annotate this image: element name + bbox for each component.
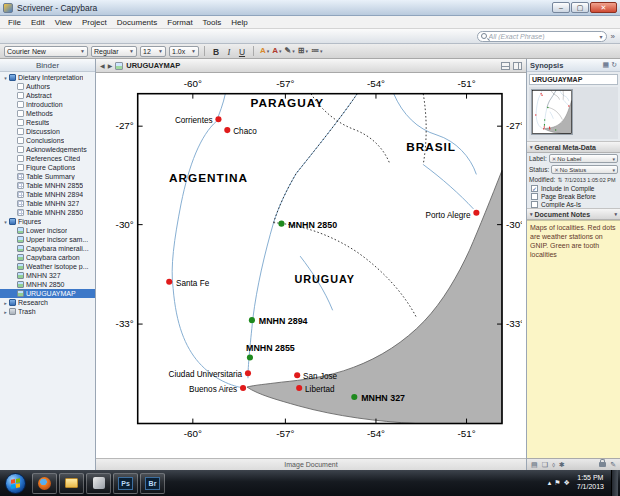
start-button[interactable]: [5, 473, 26, 494]
document-notes[interactable]: Maps of localities. Red dots are weather…: [527, 220, 620, 458]
menu-project[interactable]: Project: [77, 18, 112, 27]
binder-item-capybara-carbon[interactable]: Capybara carbon: [0, 253, 95, 262]
underline-button[interactable]: U: [236, 45, 248, 57]
binder-item-capybara-minerali[interactable]: Capybara minerali...: [0, 244, 95, 253]
show-desktop-button[interactable]: [611, 470, 618, 496]
binder-item-acknowledgements[interactable]: Acknowledgements: [0, 145, 95, 154]
back-button[interactable]: ◀: [100, 62, 105, 69]
binder-item-table-mnhn-2850[interactable]: Table MNHN 2850: [0, 208, 95, 217]
font-style-select[interactable]: Regular▼: [91, 46, 137, 57]
binder-item-weather-isotope-p[interactable]: Weather isotope p...: [0, 262, 95, 271]
taskbar-clock[interactable]: 1:55 PM 7/1/2013: [572, 474, 609, 492]
edit-pencil-icon[interactable]: ✎: [610, 461, 616, 469]
firefox-icon[interactable]: [32, 473, 57, 494]
binder-item-label: Research: [18, 299, 48, 306]
network-icon[interactable]: ❖: [563, 479, 569, 487]
binder-item-discussion[interactable]: Discussion: [0, 127, 95, 136]
binder-item-methods[interactable]: Methods: [0, 109, 95, 118]
binder-item-introduction[interactable]: Introduction: [0, 100, 95, 109]
binder-item-abstract[interactable]: Abstract: [0, 91, 95, 100]
label-select[interactable]: ✕No Label▾: [549, 154, 618, 163]
binder-item-mnhn-2850[interactable]: MNHN 2850: [0, 280, 95, 289]
maximize-button[interactable]: ▢: [571, 2, 589, 13]
notes-menu-arrow-icon[interactable]: ▾: [614, 211, 617, 217]
text-color-icon[interactable]: A▾: [271, 45, 282, 57]
media-player-icon[interactable]: [86, 473, 111, 494]
metadata-section-header[interactable]: ▾ General Meta-Data: [527, 141, 620, 153]
highlight-color-icon[interactable]: A▾: [259, 45, 270, 57]
menu-format[interactable]: Format: [162, 18, 197, 27]
menu-bar: FileEditViewProjectDocumentsFormatToolsH…: [0, 16, 620, 29]
notes-section-header[interactable]: ▾ Document Notes ▾: [527, 208, 620, 220]
search-box[interactable]: ▾: [477, 31, 607, 42]
minimize-button[interactable]: –: [552, 2, 570, 13]
line-spacing-select[interactable]: 1.0x▼: [169, 46, 199, 57]
italic-button[interactable]: I: [223, 45, 235, 57]
split-vertical-icon[interactable]: [513, 62, 522, 70]
menu-documents[interactable]: Documents: [112, 18, 162, 27]
binder-item-research[interactable]: ▸Research: [0, 298, 95, 307]
custom-meta-icon[interactable]: ✱: [559, 461, 565, 469]
binder-item-mnhn-327[interactable]: MNHN 327: [0, 271, 95, 280]
binder-item-table-mnhn-327[interactable]: Table MNHN 327: [0, 199, 95, 208]
search-input[interactable]: [489, 33, 598, 40]
checkbox-include-in-compile[interactable]: ✓: [531, 185, 538, 192]
binder-item-label: Acknowledgements: [26, 146, 87, 153]
menu-tools[interactable]: Tools: [198, 18, 227, 27]
tray-expand-icon[interactable]: ▴: [548, 479, 552, 487]
menu-help[interactable]: Help: [226, 18, 252, 27]
synopsis-image-toggle-icon[interactable]: ▦: [603, 61, 610, 69]
toolbar-overflow-button[interactable]: »: [611, 32, 615, 41]
table-icon[interactable]: ⊞▾: [297, 45, 309, 57]
disclosure-arrow-icon[interactable]: ▾: [2, 75, 9, 81]
menu-file[interactable]: File: [3, 18, 26, 27]
search-options-arrow-icon[interactable]: ▾: [600, 33, 603, 40]
menu-view[interactable]: View: [50, 18, 77, 27]
status-select[interactable]: ✕No Status▾: [551, 165, 618, 174]
bridge-icon[interactable]: Br: [140, 473, 165, 494]
notes-icon[interactable]: ▤: [531, 461, 538, 469]
synopsis-refresh-icon[interactable]: ↻: [611, 61, 617, 69]
binder-item-label: References Cited: [26, 155, 80, 162]
binder-item-upper-incisor-sam[interactable]: Upper incisor sam...: [0, 235, 95, 244]
checkbox-page-break-before[interactable]: [531, 193, 538, 200]
photoshop-icon[interactable]: Ps: [113, 473, 138, 494]
explorer-icon[interactable]: [59, 473, 84, 494]
window-title: Scrivener - Capybara: [17, 3, 551, 13]
annotation-pen-icon[interactable]: ✎▾: [284, 45, 296, 57]
menu-edit[interactable]: Edit: [26, 18, 50, 27]
close-button[interactable]: ✕: [590, 2, 617, 13]
doc-icon: [17, 92, 24, 99]
binder-item-table-mnhn-2855[interactable]: Table MNHN 2855: [0, 181, 95, 190]
checkbox-compile-as-is[interactable]: [531, 201, 538, 208]
binder-item-dietary-interpretation[interactable]: ▾Dietary Interpretation: [0, 73, 95, 82]
table-icon: [17, 209, 24, 216]
action-center-icon[interactable]: ⚑: [554, 479, 560, 487]
synopsis-thumbnail[interactable]: [529, 87, 618, 139]
binder-item-table-summary[interactable]: Table Summary: [0, 172, 95, 181]
binder-item-results[interactable]: Results: [0, 118, 95, 127]
disclosure-arrow-icon[interactable]: ▸: [2, 309, 9, 315]
binder-item-trash[interactable]: ▸Trash: [0, 307, 95, 316]
lock-icon[interactable]: [599, 462, 606, 467]
binder-item-authors[interactable]: Authors: [0, 82, 95, 91]
binder-item-uruguaymap[interactable]: URUGUAYMAP: [0, 289, 95, 298]
binder-item-figure-captions[interactable]: Figure Captions: [0, 163, 95, 172]
font-family-select[interactable]: Courier New▼: [4, 46, 88, 57]
list-icon[interactable]: ≔▾: [310, 45, 324, 57]
keywords-icon[interactable]: ⬨: [552, 461, 555, 469]
binder-header: Binder: [0, 59, 95, 72]
binder-item-references-cited[interactable]: References Cited: [0, 154, 95, 163]
bold-button[interactable]: B: [210, 45, 222, 57]
binder-item-conclusions[interactable]: Conclusions: [0, 136, 95, 145]
font-size-select[interactable]: 12▼: [140, 46, 166, 57]
binder-item-table-mnhn-2894[interactable]: Table MNHN 2894: [0, 190, 95, 199]
disclosure-arrow-icon[interactable]: ▸: [2, 300, 9, 306]
modified-stepper-icon[interactable]: ⇅: [557, 176, 562, 183]
binder-item-figures[interactable]: ▾Figures: [0, 217, 95, 226]
binder-item-lower-incisor[interactable]: Lower incisor: [0, 226, 95, 235]
references-icon[interactable]: ❏: [542, 461, 548, 469]
disclosure-arrow-icon[interactable]: ▾: [2, 219, 9, 225]
forward-button[interactable]: ▶: [108, 62, 113, 69]
split-horizontal-icon[interactable]: [501, 62, 510, 70]
